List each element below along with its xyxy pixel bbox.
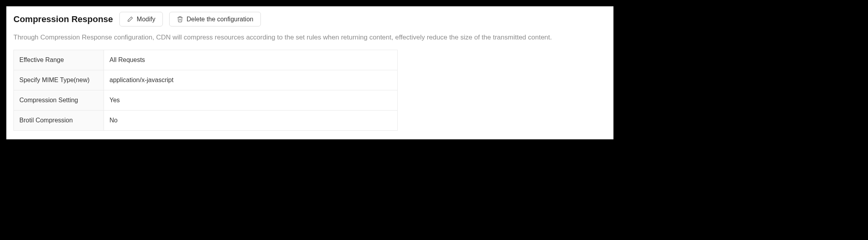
- compression-response-panel: Compression Response Modify Delete the c…: [6, 6, 613, 139]
- config-label: Brotil Compression: [14, 111, 104, 131]
- config-value: All Requests: [104, 50, 398, 70]
- edit-icon: [127, 16, 134, 22]
- modify-button-label: Modify: [137, 16, 155, 22]
- table-row: Effective Range All Requests: [14, 50, 398, 70]
- section-description: Through Compression Response configurati…: [13, 32, 606, 43]
- config-label: Compression Setting: [14, 90, 104, 111]
- table-row: Brotil Compression No: [14, 111, 398, 131]
- delete-button[interactable]: Delete the configuration: [169, 12, 261, 26]
- config-label: Effective Range: [14, 50, 104, 70]
- panel-header: Compression Response Modify Delete the c…: [13, 12, 606, 26]
- config-value: application/x-javascript: [104, 70, 398, 90]
- delete-button-label: Delete the configuration: [187, 16, 253, 22]
- table-row: Specify MIME Type(new) application/x-jav…: [14, 70, 398, 90]
- config-value: No: [104, 111, 398, 131]
- config-label: Specify MIME Type(new): [14, 70, 104, 90]
- table-row: Compression Setting Yes: [14, 90, 398, 111]
- config-value: Yes: [104, 90, 398, 111]
- modify-button[interactable]: Modify: [119, 12, 163, 26]
- trash-icon: [177, 16, 183, 22]
- config-table: Effective Range All Requests Specify MIM…: [13, 50, 398, 131]
- section-title: Compression Response: [13, 14, 113, 24]
